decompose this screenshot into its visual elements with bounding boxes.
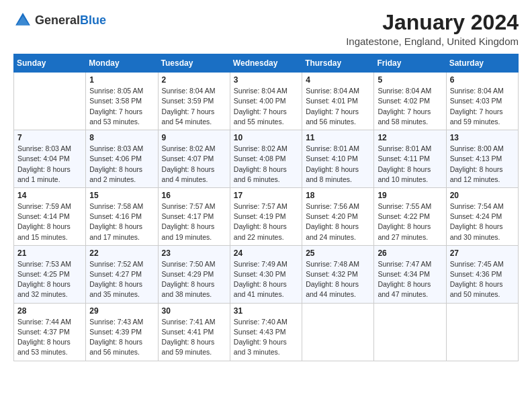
day-number: 30	[162, 306, 226, 316]
day-number: 27	[450, 248, 515, 258]
day-info: Sunrise: 8:04 AMSunset: 4:03 PMDaylight:…	[450, 86, 515, 127]
calendar-cell: 18Sunrise: 7:56 AMSunset: 4:20 PMDayligh…	[302, 187, 374, 245]
calendar-cell: 23Sunrise: 7:50 AMSunset: 4:29 PMDayligh…	[158, 245, 230, 303]
day-info: Sunrise: 8:03 AMSunset: 4:04 PMDaylight:…	[17, 144, 82, 185]
calendar-body: 1Sunrise: 8:05 AMSunset: 3:58 PMDaylight…	[14, 73, 519, 361]
day-number: 14	[17, 191, 82, 200]
calendar-cell: 24Sunrise: 7:49 AMSunset: 4:30 PMDayligh…	[230, 245, 302, 303]
day-number: 29	[89, 306, 154, 316]
day-info: Sunrise: 8:05 AMSunset: 3:58 PMDaylight:…	[89, 86, 154, 127]
day-number: 2	[162, 75, 226, 85]
logo-text-general: General	[35, 13, 80, 27]
day-number: 24	[234, 248, 298, 258]
logo: GeneralBlue	[13, 11, 106, 30]
day-info: Sunrise: 7:57 AMSunset: 4:19 PMDaylight:…	[234, 201, 298, 242]
day-number: 28	[17, 306, 82, 316]
calendar-cell: 7Sunrise: 8:03 AMSunset: 4:04 PMDaylight…	[14, 130, 86, 188]
day-info: Sunrise: 7:53 AMSunset: 4:25 PMDaylight:…	[17, 259, 82, 300]
calendar-header: SundayMondayTuesdayWednesdayThursdayFrid…	[14, 54, 519, 73]
day-info: Sunrise: 8:04 AMSunset: 4:00 PMDaylight:…	[234, 86, 298, 127]
day-info: Sunrise: 8:03 AMSunset: 4:06 PMDaylight:…	[89, 144, 154, 185]
day-number: 21	[17, 248, 82, 258]
day-number: 20	[450, 191, 515, 200]
day-number: 10	[234, 133, 298, 142]
calendar-cell: 15Sunrise: 7:58 AMSunset: 4:16 PMDayligh…	[86, 187, 158, 245]
calendar-cell: 4Sunrise: 8:04 AMSunset: 4:01 PMDaylight…	[302, 73, 374, 130]
day-number: 3	[234, 75, 298, 85]
calendar-cell: 28Sunrise: 7:44 AMSunset: 4:37 PMDayligh…	[14, 303, 86, 361]
weekday-header-monday: Monday	[86, 54, 158, 73]
weekday-header-wednesday: Wednesday	[230, 54, 302, 73]
weekday-header-sunday: Sunday	[14, 54, 86, 73]
calendar-cell: 2Sunrise: 8:04 AMSunset: 3:59 PMDaylight…	[158, 73, 230, 130]
calendar-week-row: 21Sunrise: 7:53 AMSunset: 4:25 PMDayligh…	[14, 245, 519, 303]
day-info: Sunrise: 7:47 AMSunset: 4:34 PMDaylight:…	[378, 259, 442, 300]
calendar-cell: 30Sunrise: 7:41 AMSunset: 4:41 PMDayligh…	[158, 303, 230, 361]
calendar-cell	[446, 303, 518, 361]
day-number: 25	[306, 248, 370, 258]
day-info: Sunrise: 7:45 AMSunset: 4:36 PMDaylight:…	[450, 259, 515, 300]
calendar-cell: 22Sunrise: 7:52 AMSunset: 4:27 PMDayligh…	[86, 245, 158, 303]
calendar-cell: 11Sunrise: 8:01 AMSunset: 4:10 PMDayligh…	[302, 130, 374, 188]
day-info: Sunrise: 8:02 AMSunset: 4:07 PMDaylight:…	[162, 144, 226, 185]
day-number: 6	[450, 75, 515, 85]
day-info: Sunrise: 7:44 AMSunset: 4:37 PMDaylight:…	[17, 317, 82, 358]
day-info: Sunrise: 8:00 AMSunset: 4:13 PMDaylight:…	[450, 144, 515, 185]
calendar-week-row: 1Sunrise: 8:05 AMSunset: 3:58 PMDaylight…	[14, 73, 519, 130]
calendar-cell: 20Sunrise: 7:54 AMSunset: 4:24 PMDayligh…	[446, 187, 518, 245]
calendar-cell	[374, 303, 446, 361]
day-number: 15	[89, 191, 154, 200]
calendar-cell: 9Sunrise: 8:02 AMSunset: 4:07 PMDaylight…	[158, 130, 230, 188]
page-header: GeneralBlue January 2024 Ingatestone, En…	[13, 11, 519, 47]
day-info: Sunrise: 7:40 AMSunset: 4:43 PMDaylight:…	[234, 317, 298, 358]
calendar-cell: 21Sunrise: 7:53 AMSunset: 4:25 PMDayligh…	[14, 245, 86, 303]
day-number: 4	[306, 75, 370, 85]
calendar-cell: 5Sunrise: 8:04 AMSunset: 4:02 PMDaylight…	[374, 73, 446, 130]
calendar-cell: 1Sunrise: 8:05 AMSunset: 3:58 PMDaylight…	[86, 73, 158, 130]
day-info: Sunrise: 8:04 AMSunset: 3:59 PMDaylight:…	[162, 86, 226, 127]
day-number: 11	[306, 133, 370, 142]
day-number: 7	[17, 133, 82, 142]
day-number: 13	[450, 133, 515, 142]
day-info: Sunrise: 7:50 AMSunset: 4:29 PMDaylight:…	[162, 259, 226, 300]
day-number: 17	[234, 191, 298, 200]
month-title: January 2024	[346, 11, 519, 34]
day-number: 22	[89, 248, 154, 258]
weekday-header-row: SundayMondayTuesdayWednesdayThursdayFrid…	[14, 54, 519, 73]
calendar-cell: 12Sunrise: 8:01 AMSunset: 4:11 PMDayligh…	[374, 130, 446, 188]
day-number: 31	[234, 306, 298, 316]
day-info: Sunrise: 7:57 AMSunset: 4:17 PMDaylight:…	[162, 201, 226, 242]
day-info: Sunrise: 7:48 AMSunset: 4:32 PMDaylight:…	[306, 259, 370, 300]
calendar-cell: 14Sunrise: 7:59 AMSunset: 4:14 PMDayligh…	[14, 187, 86, 245]
calendar-week-row: 28Sunrise: 7:44 AMSunset: 4:37 PMDayligh…	[14, 303, 519, 361]
day-number: 19	[378, 191, 442, 200]
calendar-cell: 27Sunrise: 7:45 AMSunset: 4:36 PMDayligh…	[446, 245, 518, 303]
logo-icon	[13, 11, 32, 30]
day-info: Sunrise: 8:01 AMSunset: 4:10 PMDaylight:…	[306, 144, 370, 185]
day-info: Sunrise: 7:55 AMSunset: 4:22 PMDaylight:…	[378, 201, 442, 242]
calendar-cell: 25Sunrise: 7:48 AMSunset: 4:32 PMDayligh…	[302, 245, 374, 303]
day-number: 1	[89, 75, 154, 85]
day-number: 23	[162, 248, 226, 258]
calendar-table: SundayMondayTuesdayWednesdayThursdayFrid…	[13, 54, 519, 361]
calendar-cell: 10Sunrise: 8:02 AMSunset: 4:08 PMDayligh…	[230, 130, 302, 188]
weekday-header-tuesday: Tuesday	[158, 54, 230, 73]
calendar-cell: 19Sunrise: 7:55 AMSunset: 4:22 PMDayligh…	[374, 187, 446, 245]
logo-text-blue: Blue	[80, 13, 106, 27]
calendar-week-row: 14Sunrise: 7:59 AMSunset: 4:14 PMDayligh…	[14, 187, 519, 245]
calendar-cell: 8Sunrise: 8:03 AMSunset: 4:06 PMDaylight…	[86, 130, 158, 188]
title-block: January 2024 Ingatestone, England, Unite…	[346, 11, 519, 47]
day-number: 8	[89, 133, 154, 142]
day-number: 9	[162, 133, 226, 142]
day-info: Sunrise: 7:43 AMSunset: 4:39 PMDaylight:…	[89, 317, 154, 358]
calendar-cell: 29Sunrise: 7:43 AMSunset: 4:39 PMDayligh…	[86, 303, 158, 361]
day-info: Sunrise: 8:02 AMSunset: 4:08 PMDaylight:…	[234, 144, 298, 185]
day-number: 18	[306, 191, 370, 200]
calendar-cell: 16Sunrise: 7:57 AMSunset: 4:17 PMDayligh…	[158, 187, 230, 245]
day-info: Sunrise: 8:01 AMSunset: 4:11 PMDaylight:…	[378, 144, 442, 185]
calendar-cell: 6Sunrise: 8:04 AMSunset: 4:03 PMDaylight…	[446, 73, 518, 130]
day-number: 16	[162, 191, 226, 200]
day-number: 5	[378, 75, 442, 85]
day-info: Sunrise: 8:04 AMSunset: 4:02 PMDaylight:…	[378, 86, 442, 127]
calendar-cell	[14, 73, 86, 130]
